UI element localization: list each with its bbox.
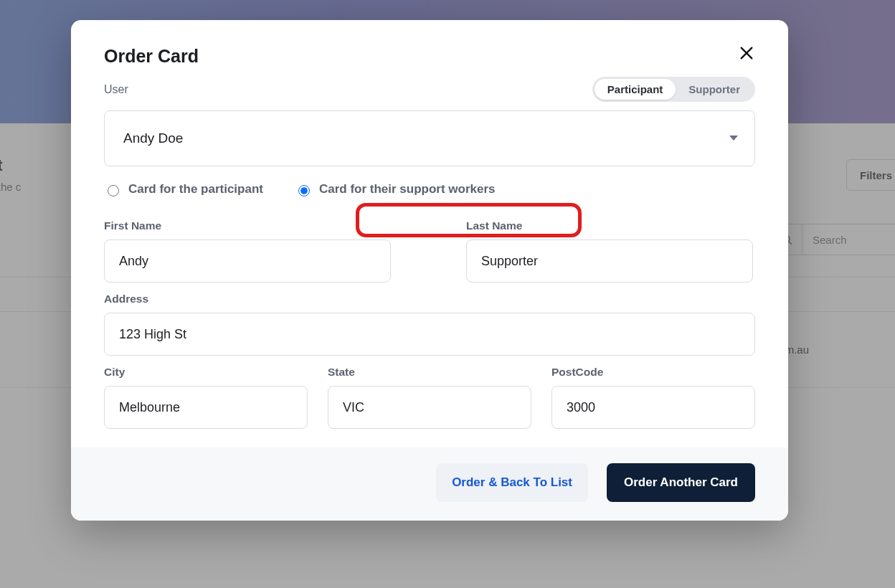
address-field[interactable]	[104, 313, 755, 356]
radio-card-participant-label: Card for the participant	[128, 182, 263, 196]
order-back-to-list-button[interactable]: Order & Back To List	[436, 463, 588, 502]
user-select-value: Andy Doe	[123, 131, 183, 146]
modal-footer: Order & Back To List Order Another Card	[71, 447, 788, 521]
radio-card-participant-input[interactable]	[108, 185, 119, 196]
last-name-field-wrap: Last Name	[466, 209, 755, 283]
user-label: User	[104, 83, 128, 96]
last-name-field[interactable]	[466, 240, 753, 283]
close-icon	[739, 43, 754, 66]
user-select[interactable]: Andy Doe	[104, 110, 755, 166]
postcode-label: PostCode	[551, 366, 755, 379]
last-name-label: Last Name	[466, 219, 755, 232]
radio-card-support-workers[interactable]: Card for their support workers	[295, 182, 496, 196]
postcode-field[interactable]	[551, 386, 755, 429]
order-another-card-button[interactable]: Order Another Card	[607, 463, 755, 502]
order-card-modal: Order Card User Participant Supporter An…	[71, 20, 788, 521]
chevron-down-icon	[729, 135, 739, 142]
first-name-field-wrap: First Name	[104, 209, 393, 283]
state-label: State	[328, 366, 531, 379]
city-label: City	[104, 366, 308, 379]
modal-title: Order Card	[104, 46, 755, 67]
radio-card-support-workers-input[interactable]	[298, 185, 310, 196]
radio-card-support-workers-label: Card for their support workers	[319, 182, 496, 196]
state-field-wrap: State	[328, 356, 531, 429]
radio-card-participant[interactable]: Card for the participant	[104, 182, 263, 196]
address-field-wrap: Address	[104, 283, 755, 356]
close-button[interactable]	[734, 42, 759, 67]
first-name-label: First Name	[104, 219, 393, 232]
state-field[interactable]	[328, 386, 531, 429]
postcode-field-wrap: PostCode	[551, 356, 755, 429]
address-label: Address	[104, 293, 755, 305]
toggle-supporter[interactable]: Supporter	[676, 79, 753, 100]
first-name-field[interactable]	[104, 240, 391, 283]
toggle-participant[interactable]: Participant	[595, 79, 676, 100]
user-type-toggle: Participant Supporter	[592, 77, 755, 102]
city-field-wrap: City	[104, 356, 308, 429]
city-field[interactable]	[104, 386, 308, 429]
card-target-radio-group: Card for the participant Card for their …	[104, 182, 755, 196]
